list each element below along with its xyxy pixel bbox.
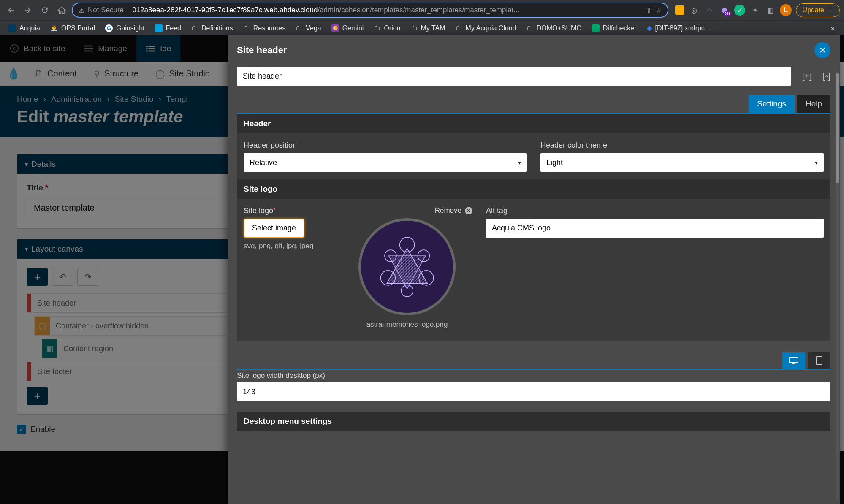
tab-help[interactable]: Help — [797, 95, 830, 113]
section-header: Header — [237, 114, 830, 133]
svg-rect-2 — [84, 48, 93, 49]
site-studio-link[interactable]: ◯Site Studio — [153, 69, 212, 79]
content-link[interactable]: 🗎Content — [32, 69, 79, 79]
breadcrumb-item[interactable]: Site Studio — [115, 95, 154, 104]
back-to-site-button[interactable]: Back to site — [0, 35, 74, 62]
undo-button[interactable]: ↶ — [52, 268, 73, 286]
expand-icon[interactable]: [+] — [802, 71, 812, 81]
url-text: 012a8eea-282f-4017-90f5-7c1ec7f89a7c.web… — [132, 6, 643, 14]
bookmark-gainsight[interactable]: GGainsight — [101, 23, 149, 34]
browser-chrome: ⚠ Not Secure | 012a8eea-282f-4017-90f5-7… — [0, 0, 844, 20]
site-header-modal: Site header ✕ [+] [◦] Settings Help Head… — [228, 35, 840, 504]
bookmark-definitions[interactable]: 🗀Definitions — [187, 23, 237, 34]
structure-link[interactable]: ⚲Structure — [91, 69, 141, 79]
file-icon: 🗎 — [35, 69, 43, 79]
profile-avatar[interactable]: L — [780, 4, 792, 16]
region-icon: ▥ — [42, 339, 57, 358]
drupal-icon[interactable]: 💧 — [7, 67, 20, 80]
svg-rect-5 — [148, 46, 155, 47]
component-name-input[interactable] — [237, 67, 791, 86]
svg-rect-4 — [146, 46, 148, 47]
update-button[interactable]: Update⋮ — [796, 3, 840, 17]
redo-button[interactable]: ↷ — [77, 268, 98, 286]
header-color-select[interactable]: Light — [540, 153, 824, 172]
logo-filename: astral-memories-logo.png — [366, 320, 448, 329]
ext-icon-1[interactable] — [675, 5, 684, 15]
nav-home-icon[interactable] — [55, 3, 68, 17]
add-element-button[interactable]: + — [27, 268, 48, 286]
bookmark-dit[interactable]: ◆[DIT-897] xmlrpc... — [643, 22, 715, 34]
svg-rect-9 — [148, 51, 155, 52]
bookmark-orion[interactable]: 🗀Orion — [369, 23, 404, 34]
bookmark-ops[interactable]: 👩‍💼OPS Portal — [46, 23, 99, 34]
header-position-select[interactable]: Relative — [244, 153, 527, 172]
modal-tabs: Settings Help — [228, 92, 840, 113]
close-button[interactable]: ✕ — [814, 42, 830, 58]
image-preview: Remove ✕ astral- — [342, 206, 472, 329]
bookmark-diffchecker[interactable]: Diffchecker — [588, 23, 641, 34]
section-desktop-menu: Desktop menu settings — [237, 412, 830, 431]
width-label: Site logo width desktop (px) — [237, 371, 830, 380]
ext-icon-4[interactable]: ⬢ — [719, 5, 730, 16]
select-image-button[interactable]: Select image — [244, 219, 304, 238]
svg-rect-1 — [84, 46, 93, 47]
alt-tag-label: Alt tag — [486, 206, 824, 215]
add-element-bottom-button[interactable]: + — [27, 387, 48, 405]
svg-rect-7 — [148, 48, 155, 49]
nav-back-icon[interactable] — [4, 3, 18, 17]
bookmark-resources[interactable]: 🗀Resources — [239, 23, 290, 34]
ide-button[interactable]: Ide — [136, 35, 180, 62]
logo-preview-image — [358, 218, 456, 315]
header-position-label: Header position — [244, 141, 527, 150]
remove-image-button[interactable]: Remove — [435, 206, 461, 215]
breadcrumb-item[interactable]: Home — [17, 95, 38, 104]
container-icon: ▢ — [35, 317, 50, 335]
alt-tag-input[interactable] — [486, 219, 824, 238]
manage-button[interactable]: Manage — [74, 35, 136, 62]
star-icon[interactable]: ☆ — [656, 6, 662, 14]
svg-rect-8 — [146, 51, 148, 52]
share-icon[interactable]: ⇪ — [646, 6, 651, 14]
caret-down-icon: ▾ — [25, 161, 28, 168]
bookmarks-overflow-icon[interactable]: » — [826, 24, 840, 32]
bookmark-mytam[interactable]: 🗀My TAM — [407, 23, 450, 34]
bookmark-domo[interactable]: 🗀DOMO+SUMO — [522, 23, 586, 34]
extensions-puzzle-icon[interactable]: ✦ — [749, 5, 760, 16]
bookmark-acquia[interactable]: Acquia — [4, 23, 44, 34]
breadcrumb-item[interactable]: Administration — [51, 95, 102, 104]
chrome-extensions: ◎ ♲ ⬢ ✓ ✦ ◧ L Update⋮ — [672, 3, 840, 17]
caret-down-icon: ▾ — [25, 246, 28, 252]
remove-x-icon[interactable]: ✕ — [465, 207, 472, 214]
enable-checkbox[interactable]: ✓ — [17, 425, 26, 434]
enable-label: Enable — [30, 425, 55, 434]
modal-topbar: Site header ✕ — [228, 35, 840, 65]
chevron-left-icon — [9, 43, 19, 54]
ext-icon-5[interactable]: ✓ — [734, 5, 745, 16]
url-bar[interactable]: ⚠ Not Secure | 012a8eea-282f-4017-90f5-7… — [72, 3, 668, 18]
target-icon[interactable]: [◦] — [823, 71, 830, 81]
device-tabs — [237, 348, 830, 369]
svg-point-0 — [11, 45, 18, 52]
header-color-label: Header color theme — [540, 141, 824, 150]
bookmark-gemini[interactable]: ♊Gemini — [327, 23, 368, 34]
file-types-hint: svg, png, gif, jpg, jpeg — [244, 242, 328, 250]
nav-reload-icon[interactable] — [38, 3, 52, 17]
bookmark-myacquia[interactable]: 🗀My Acquia Cloud — [451, 23, 521, 34]
modal-scrollbar[interactable] — [836, 73, 839, 500]
site-logo-label: Site logo* — [244, 206, 328, 215]
ext-icon-2[interactable]: ◎ — [689, 5, 700, 16]
device-desktop-tab[interactable] — [782, 352, 805, 369]
panel-icon[interactable]: ◧ — [765, 5, 776, 16]
nav-forward-icon[interactable] — [21, 3, 35, 17]
device-tablet-tab[interactable] — [808, 352, 830, 369]
ext-icon-3[interactable]: ♲ — [704, 5, 715, 16]
bookmark-vega[interactable]: 🗀Vega — [291, 23, 325, 34]
width-input[interactable] — [237, 382, 830, 401]
section-site-logo: Site logo — [237, 179, 830, 199]
hamburger-icon — [84, 43, 94, 54]
bookmark-feed[interactable]: Feed — [151, 23, 185, 34]
breadcrumb-item[interactable]: Templ — [166, 95, 188, 104]
not-secure-icon: ⚠ — [79, 6, 84, 14]
tab-settings[interactable]: Settings — [749, 95, 795, 113]
bookmarks-bar: Acquia 👩‍💼OPS Portal GGainsight Feed 🗀De… — [0, 20, 844, 35]
